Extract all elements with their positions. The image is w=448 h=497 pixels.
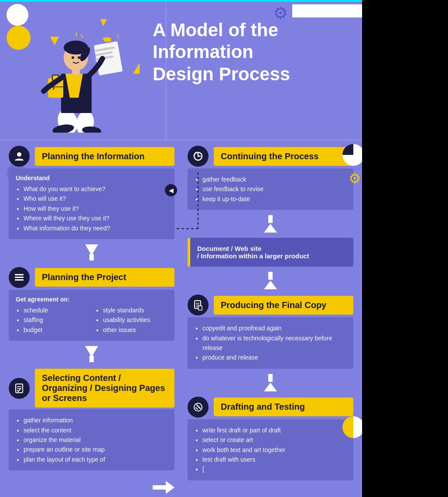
list-item: Who will use it? — [24, 194, 168, 203]
svg-marker-1 — [133, 63, 140, 74]
list-item: What do you want to achieve? — [24, 184, 168, 194]
document-box: Document / Web site / Information within… — [188, 238, 353, 267]
left-column: Planning the Information Understand What… — [9, 146, 174, 497]
person-illustration-svg: › — [9, 10, 140, 133]
selecting-content-title-box: Selecting Content / Organizing / Designi… — [35, 369, 174, 408]
svg-marker-42 — [166, 481, 174, 494]
arrow-up-2 — [188, 267, 353, 295]
producing-final-icon — [188, 295, 209, 315]
header-illustration: › — [9, 10, 148, 137]
planning-project-title: Planning the Project — [42, 272, 126, 282]
svg-rect-45 — [268, 215, 273, 223]
svg-rect-37 — [89, 356, 94, 362]
arrow-down-2 — [9, 341, 174, 369]
svg-marker-48 — [264, 281, 277, 289]
svg-rect-35 — [15, 279, 24, 281]
planning-info-title: Planning the Information — [42, 151, 145, 161]
page-title: A Model of the Information Design Proces… — [153, 19, 290, 85]
arrow-up-3 — [188, 369, 353, 397]
planning-project-label: Get agreement on: — [16, 296, 168, 303]
list-item: style standards — [103, 305, 168, 315]
svg-rect-34 — [15, 277, 24, 278]
planning-project-col1: schedule staffing budget — [16, 305, 88, 335]
svg-marker-2 — [100, 19, 107, 26]
continuing-process-header: Continuing the Process — [188, 146, 353, 167]
list-item: do whatever is technologically necessary… — [202, 333, 346, 353]
list-item: Where will they use they use it? — [24, 213, 168, 223]
document-line1: Document / Web site — [197, 245, 346, 252]
list-item: work both text and art together — [202, 445, 346, 455]
planning-info-icon — [9, 146, 30, 167]
list-item: schedule — [24, 305, 88, 315]
list-item: select the content — [24, 425, 168, 435]
svg-point-20 — [78, 56, 80, 59]
list-item: select or create art — [202, 435, 346, 445]
svg-point-30 — [17, 152, 21, 157]
svg-text:!: ! — [117, 33, 119, 40]
svg-rect-47 — [268, 272, 273, 280]
drafting-testing-list: write first draft or part of draft selec… — [195, 425, 346, 474]
svg-rect-32 — [89, 254, 94, 260]
svg-marker-46 — [264, 224, 277, 233]
selecting-content-list: gather information select the content or… — [16, 415, 168, 464]
svg-point-19 — [72, 56, 74, 59]
planning-project-col2: style standards usability activities oth… — [95, 305, 168, 335]
planning-info-header: Planning the Information — [9, 146, 174, 167]
producing-final-header: ▲ Producing the Final Copy — [188, 295, 353, 315]
svg-rect-41 — [153, 485, 168, 490]
list-item: budget — [24, 325, 88, 335]
svg-text:!: ! — [109, 36, 112, 45]
triangle-left-icon: ◀ — [165, 184, 177, 196]
selecting-content-content: gather information select the content or… — [9, 409, 174, 470]
header-title: A Model of the Information Design Proces… — [148, 10, 299, 85]
continuing-process-list: gather feedback use feedback to revise k… — [195, 175, 346, 204]
drafting-testing-content: write first draft or part of draft selec… — [188, 419, 353, 480]
right-column: Continuing the Process ◀ gather feedback… — [183, 146, 353, 497]
planning-info-list: What do you want to achieve? Who will us… — [16, 184, 168, 233]
producing-final-title: Producing the Final Copy — [221, 300, 326, 310]
svg-rect-33 — [15, 274, 24, 275]
svg-marker-0 — [50, 37, 59, 45]
planning-project-two-col: schedule staffing budget style standards… — [16, 305, 168, 335]
list-item: usability activities — [103, 315, 168, 325]
producing-final-content: copyedit and proofread again do whatever… — [188, 317, 353, 369]
svg-point-56 — [194, 403, 202, 411]
svg-marker-36 — [85, 346, 98, 357]
arrow-down-1 — [9, 239, 174, 267]
list-item: keep it up-to-date — [202, 194, 346, 204]
document-line2: / Information within a larger product — [197, 252, 346, 260]
list-item: copyedit and proofread again — [202, 323, 346, 333]
list-item: prepare an outline or site map — [24, 445, 168, 454]
svg-marker-55 — [264, 383, 277, 391]
planning-info-content: Understand What do you want to achieve? … — [9, 168, 174, 239]
continuing-process-title: Continuing the Process — [221, 151, 318, 161]
dashed-connector-1 — [177, 172, 198, 229]
list-item: staffing — [24, 315, 88, 325]
list-item: How will they use it? — [24, 204, 168, 213]
svg-rect-53 — [198, 306, 202, 310]
header: › — [0, 2, 362, 141]
list-item: gather feedback — [202, 175, 346, 184]
selecting-content-icon — [9, 378, 30, 399]
planning-info-title-box: Planning the Information — [35, 147, 174, 166]
planning-project-header: Planning the Project — [9, 267, 174, 288]
selecting-content-title: Selecting Content / Organizing / Designi… — [42, 373, 165, 403]
svg-marker-44 — [193, 155, 195, 157]
list-item: use feedback to revise — [202, 184, 346, 194]
gear-icon-yellow: ⚙ — [349, 170, 361, 187]
arrow-up-1 — [188, 210, 353, 238]
continuing-process-content: gather feedback use feedback to revise k… — [188, 168, 353, 210]
list-item: organize the material — [24, 435, 168, 445]
drafting-testing-title: Drafting and Testing — [221, 402, 305, 411]
list-item: [ — [202, 464, 346, 474]
list-item: gather information — [24, 415, 168, 425]
drafting-testing-icon — [188, 397, 209, 418]
list-item: other issues — [103, 325, 168, 335]
list-item: What information do they need? — [24, 223, 168, 233]
list-item: test draft with users — [202, 455, 346, 464]
svg-marker-31 — [85, 244, 98, 255]
producing-final-title-box: Producing the Final Copy — [214, 296, 353, 315]
svg-rect-54 — [268, 374, 273, 382]
producing-final-list: copyedit and proofread again do whatever… — [195, 323, 346, 363]
svg-line-57 — [197, 405, 200, 408]
